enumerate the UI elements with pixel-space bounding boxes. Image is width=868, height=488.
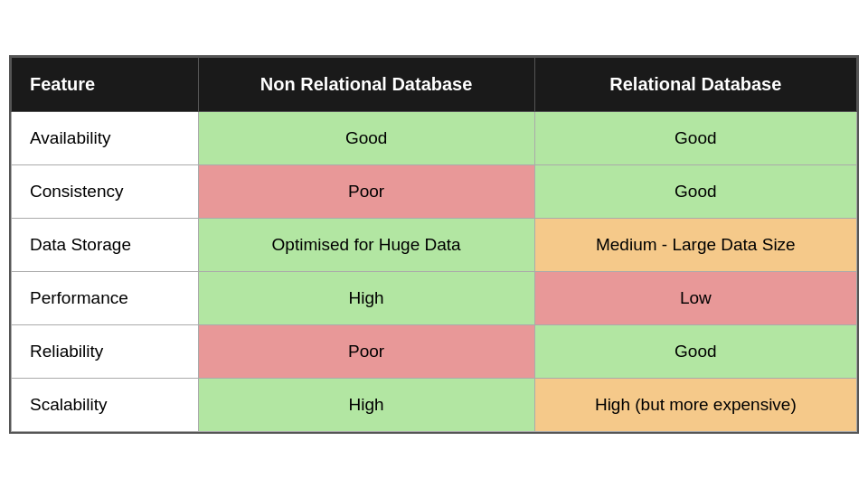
- cell-non-relational: High: [198, 378, 534, 431]
- cell-relational: Good: [534, 324, 856, 378]
- cell-relational: Good: [534, 111, 856, 164]
- table-row: ConsistencyPoorGood: [12, 164, 857, 218]
- cell-non-relational: Optimised for Huge Data: [198, 218, 534, 271]
- table-row: AvailabilityGoodGood: [12, 111, 857, 164]
- table-row: ReliabilityPoorGood: [12, 324, 857, 378]
- comparison-table: Feature Non Relational Database Relation…: [11, 57, 857, 432]
- cell-feature: Performance: [12, 271, 199, 324]
- comparison-table-wrapper: Feature Non Relational Database Relation…: [9, 55, 859, 434]
- cell-feature: Reliability: [12, 324, 199, 378]
- cell-feature: Scalability: [12, 378, 199, 431]
- table-row: PerformanceHighLow: [12, 271, 857, 324]
- cell-relational: Good: [534, 164, 856, 218]
- header-feature: Feature: [12, 57, 199, 111]
- cell-feature: Data Storage: [12, 218, 199, 271]
- table-header-row: Feature Non Relational Database Relation…: [12, 57, 857, 111]
- cell-relational: Low: [534, 271, 856, 324]
- cell-feature: Availability: [12, 111, 199, 164]
- table-row: ScalabilityHighHigh (but more expensive): [12, 378, 857, 431]
- cell-feature: Consistency: [12, 164, 199, 218]
- cell-non-relational: Good: [198, 111, 534, 164]
- cell-non-relational: High: [198, 271, 534, 324]
- header-non-relational: Non Relational Database: [198, 57, 534, 111]
- cell-relational: High (but more expensive): [534, 378, 856, 431]
- header-relational: Relational Database: [534, 57, 856, 111]
- table-row: Data StorageOptimised for Huge DataMediu…: [12, 218, 857, 271]
- cell-relational: Medium - Large Data Size: [534, 218, 856, 271]
- cell-non-relational: Poor: [198, 164, 534, 218]
- cell-non-relational: Poor: [198, 324, 534, 378]
